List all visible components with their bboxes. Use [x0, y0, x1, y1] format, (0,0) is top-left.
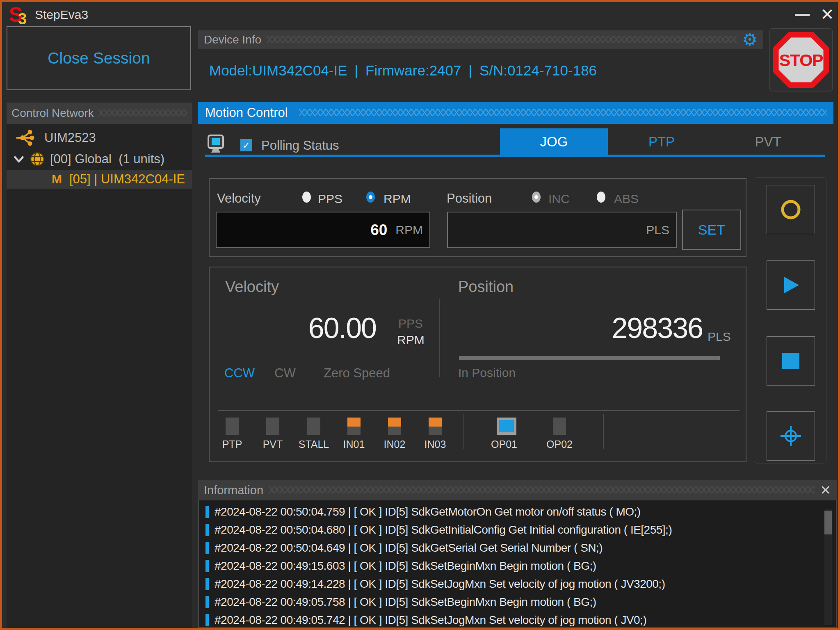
header-filler: XXXXXXXXXXXXXXXXXXXXXXXXXXXXXXXXXXXXXXXX…	[98, 107, 187, 119]
scrollbar-track[interactable]	[824, 509, 832, 625]
motor-enable-button[interactable]	[767, 185, 815, 234]
tree-item-global[interactable]: [00] Global (1 units)	[7, 148, 192, 170]
log-marker-icon	[205, 614, 209, 626]
indicator-group-divider	[463, 414, 464, 449]
radio-abs[interactable]	[597, 192, 605, 203]
tab-pvt[interactable]: PVT	[715, 128, 821, 155]
tree-item-uim2523[interactable]: UIM2523	[7, 127, 192, 148]
radio-rpm-label: RPM	[383, 192, 411, 206]
position-input[interactable]: PLS	[447, 212, 677, 248]
log-entry: #2024-08-22 00:49:05.742 | [ OK ] ID[5] …	[199, 611, 836, 628]
svg-text:STOP: STOP	[779, 51, 823, 70]
indicator-lamp-icon	[266, 418, 279, 435]
indicator-label: IN01	[338, 438, 370, 450]
radio-rpm[interactable]	[366, 192, 375, 203]
minimize-icon	[795, 14, 810, 16]
status-indicator: PVT	[256, 418, 289, 450]
monitor-icon	[207, 135, 224, 154]
indicator-label: OP01	[488, 438, 520, 450]
tab-ptp[interactable]: PTP	[608, 128, 715, 155]
tree-global-label: [00] Global (1 units)	[50, 152, 164, 167]
status-indicator: OP02	[543, 418, 576, 450]
log-entry-text: #2024-08-22 00:50:04.759 | [ OK ] ID[5] …	[215, 505, 641, 518]
square-icon	[782, 353, 799, 369]
status-indicator: STALL	[297, 418, 330, 450]
polling-status-label: Polling Status	[261, 138, 339, 153]
tab-underline	[205, 155, 825, 157]
log-marker-icon	[205, 506, 209, 518]
radio-inc[interactable]	[532, 192, 541, 203]
chevron-down-icon	[13, 154, 25, 164]
radio-pps-label: PPS	[318, 192, 342, 206]
close-icon: ✕	[820, 5, 834, 24]
zero-position-button[interactable]	[767, 411, 815, 461]
indicator-lamp-icon	[388, 418, 401, 435]
indicator-lamp-icon	[498, 418, 511, 435]
device-info-title: Device Info	[204, 33, 261, 46]
window-title: StepEva3	[35, 8, 88, 22]
logo-digit-3: 3	[18, 10, 27, 28]
log-marker-icon	[205, 578, 209, 590]
polling-status-checkbox[interactable]: ✓	[240, 139, 252, 151]
indicator-label: IN03	[419, 438, 452, 450]
close-session-button[interactable]: Close Session	[7, 26, 191, 90]
log-entry-text: #2024-08-22 00:49:14.228 | [ OK ] ID[5] …	[215, 578, 665, 591]
velocity-input[interactable]: 60 RPM	[216, 212, 430, 248]
setpoint-card: Velocity PPS RPM Position INC ABS 60 RPM…	[209, 178, 746, 257]
velocity-input-value: 60	[370, 221, 387, 239]
titlebar: S 3 StepEva3 ✕	[2, 2, 838, 26]
log-entry-text: #2024-08-22 00:50:04.649 | [ OK ] ID[5] …	[215, 541, 603, 555]
log-entry: #2024-08-22 00:50:04.649 | [ OK ] ID[5] …	[199, 539, 836, 557]
indicator-label: PTP	[216, 438, 249, 450]
network-icon	[16, 129, 34, 146]
information-header: Information XXXXXXXXXXXXXXXXXXXXXXXXXXXX…	[198, 480, 837, 500]
control-network-title: Control Network	[11, 107, 94, 120]
log-marker-icon	[205, 524, 209, 536]
header-filler: XXXXXXXXXXXXXXXXXXXXXXXXXXXXXXXXXXXXXXXX…	[299, 107, 826, 119]
device-summary: Model:UIM342C04-IE | Firmware:2407 | S/N…	[209, 62, 597, 79]
indicator-lamp-icon	[429, 418, 442, 435]
tab-jog[interactable]: JOG	[500, 128, 608, 155]
indicator-label: STALL	[297, 438, 330, 450]
status-indicator: IN02	[378, 418, 411, 450]
log-marker-icon	[205, 560, 209, 572]
settings-gear-icon[interactable]: ⚙	[742, 31, 758, 48]
motion-control-header: Motion Control XXXXXXXXXXXXXXXXXXXXXXXXX…	[198, 102, 833, 124]
log-entry-text: #2024-08-22 00:49:05.758 | [ OK ] ID[5] …	[215, 596, 596, 609]
log-entry-text: #2024-08-22 00:49:05.742 | [ OK ] ID[5] …	[215, 614, 646, 627]
tree-device-label: [05] | UIM342C04-IE	[69, 172, 185, 187]
device-tree: UIM2523 [00] Global (1 units)	[7, 124, 192, 189]
minimize-button[interactable]	[792, 5, 813, 24]
indicator-lamp-icon	[347, 418, 361, 435]
status-indicator: PTP	[216, 418, 249, 450]
log-entry: #2024-08-22 00:49:05.758 | [ OK ] ID[5] …	[199, 593, 836, 611]
log-entry: #2024-08-22 00:50:04.680 | [ OK ] ID[5] …	[199, 521, 836, 539]
header-filler: XXXXXXXXXXXXXXXXXXXXXXXXXXXXXXXXXXXXXXXX…	[266, 34, 737, 46]
information-title: Information	[204, 484, 263, 497]
header-filler: XXXXXXXXXXXXXXXXXXXXXXXXXXXXXXXXXXXXXXXX…	[268, 484, 815, 496]
control-network-header: Control Network XXXXXXXXXXXXXXXXXXXXXXXX…	[7, 103, 192, 124]
play-icon	[781, 275, 801, 295]
information-log: #2024-08-22 00:50:04.759 | [ OK ] ID[5] …	[198, 500, 837, 628]
status-indicator: OP01	[488, 418, 520, 450]
run-button[interactable]	[767, 260, 815, 310]
stop-motion-button[interactable]	[767, 336, 815, 386]
control-network-panel: Control Network XXXXXXXXXXXXXXXXXXXXXXXX…	[7, 103, 192, 628]
velocity-input-unit: RPM	[395, 223, 423, 237]
indicator-label: PVT	[256, 438, 289, 450]
stop-sign-icon: STOP	[773, 32, 829, 88]
close-button[interactable]: ✕	[816, 4, 839, 25]
set-button[interactable]: SET	[682, 210, 741, 250]
radio-pps[interactable]	[302, 192, 311, 203]
motion-control-title: Motion Control	[205, 105, 288, 120]
tree-item-device-selected[interactable]: M [05] | UIM342C04-IE	[7, 170, 192, 189]
crosshair-icon	[780, 425, 802, 447]
indicator-label: IN02	[378, 438, 411, 450]
emergency-stop-button[interactable]: STOP	[770, 29, 832, 91]
information-close-icon[interactable]: ✕	[820, 482, 831, 498]
motion-buttons-panel	[754, 177, 826, 463]
scrollbar-thumb[interactable]	[824, 511, 832, 534]
indicator-label: OP02	[543, 438, 576, 450]
log-marker-icon	[205, 542, 209, 554]
log-entry: #2024-08-22 00:50:04.759 | [ OK ] ID[5] …	[199, 503, 836, 521]
